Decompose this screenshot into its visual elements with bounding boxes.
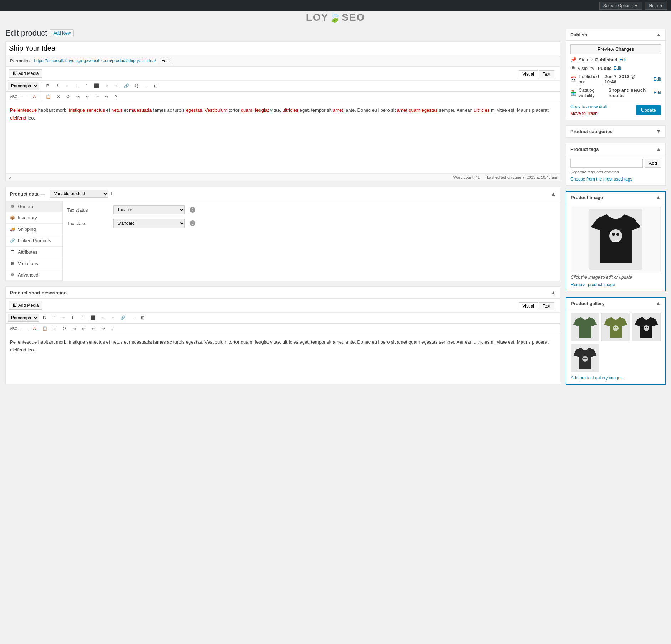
update-button[interactable]: Update [636,105,661,115]
align-center-button[interactable]: ≡ [102,82,111,90]
sd-font-color-button[interactable]: A [30,325,39,332]
product-tab-general[interactable]: ⚙ General [6,201,62,212]
tax-status-help-icon[interactable]: ? [190,207,195,213]
permalink-edit-button[interactable]: Edit [158,57,172,64]
tax-class-help-icon[interactable]: ? [190,220,195,226]
sd-align-right-button[interactable]: ≡ [108,314,117,321]
help-toolbar-button[interactable]: ? [112,93,121,100]
sd-abc-button[interactable]: ABC [8,326,20,332]
ordered-list-button[interactable]: 1. [72,82,81,90]
sd-redo-button[interactable]: ↪ [99,325,107,332]
short-desc-format-select[interactable]: Paragraph [8,314,39,322]
shipping-tab-label: Shipping [18,227,36,232]
publish-collapse[interactable]: ▲ [656,32,661,37]
product-data-collapse-arrow[interactable]: ▲ [551,191,556,197]
italic-button[interactable]: I [53,82,62,90]
gallery-image-2[interactable] [601,313,630,341]
product-tab-shipping[interactable]: 🚚 Shipping [6,224,62,235]
preview-changes-button[interactable]: Preview Changes [570,44,661,54]
toolbar-toggle-button[interactable]: ⊞ [152,82,160,90]
status-edit-link[interactable]: Edit [620,57,627,62]
indent-button[interactable]: ⇥ [73,93,82,100]
permalink-url[interactable]: https://onexoolk.tmystaging.website.com/… [34,58,156,63]
gallery-image-1[interactable] [571,313,599,341]
product-gallery-collapse[interactable]: ▲ [656,300,661,306]
sd-ul-button[interactable]: ≡ [59,314,68,321]
product-tab-attributes[interactable]: ☰ Attributes [6,247,62,258]
copy-draft-link[interactable]: Copy to a new draft [570,104,608,109]
unlink-button[interactable]: ⛓ [132,82,141,90]
screen-options-button[interactable]: Screen Options ▼ [599,2,642,10]
visibility-edit-link[interactable]: Edit [614,66,621,71]
add-gallery-images-link[interactable]: Add product gallery images [571,375,622,380]
add-tag-button[interactable]: Add [645,159,661,168]
tax-class-select[interactable]: Standard Reduced rate Zero rate [113,219,185,228]
sd-ol-button[interactable]: 1. [69,314,77,321]
help-button[interactable]: Help ▼ [645,2,667,10]
add-media-button[interactable]: 🖼 Add Media [9,69,42,78]
unordered-list-button[interactable]: ≡ [63,82,71,90]
move-trash-link[interactable]: Move to Trash [570,111,598,116]
insert-readmore-button[interactable]: -- [142,82,151,90]
catalog-edit-link[interactable]: Edit [654,90,661,95]
redo-button[interactable]: ↪ [102,93,111,100]
short-desc-text-tab[interactable]: Text [539,302,554,310]
sd-undo-button[interactable]: ↩ [89,325,98,332]
gallery-image-4[interactable] [571,344,599,372]
hr-button[interactable]: — [21,93,29,100]
special-chars-button[interactable]: Ω [64,93,72,100]
align-right-button[interactable]: ≡ [112,82,121,90]
categories-collapse[interactable]: ▼ [656,128,661,134]
short-desc-add-media-button[interactable]: 🖼 Add Media [9,301,42,310]
sd-blockquote-button[interactable]: " [78,314,87,321]
sd-omega-button[interactable]: Ω [60,325,69,332]
product-tab-linked[interactable]: 🔗 Linked Products [6,235,62,247]
blockquote-button[interactable]: " [82,82,91,90]
product-title-input[interactable] [6,42,560,55]
strikethrough-button[interactable]: ABC [8,94,20,100]
product-image-container[interactable] [571,207,661,272]
tags-input[interactable] [570,159,643,168]
paragraph-format-select[interactable]: Paragraph Heading 1 Heading 2 Heading 3 [8,82,39,90]
svg-point-14 [644,325,649,331]
clear-format-button[interactable]: ✕ [54,93,63,100]
product-tab-variations[interactable]: ⊞ Variations [6,258,62,269]
product-tab-advanced[interactable]: ⚙ Advanced [6,269,62,281]
editor-content-area[interactable]: Pellentesque habitant morbi tristique se… [6,102,560,173]
tags-collapse[interactable]: ▲ [656,146,661,152]
short-desc-visual-tab[interactable]: Visual [519,302,538,310]
font-color-button[interactable]: A [30,93,39,100]
published-on-edit-link[interactable]: Edit [654,77,661,82]
sd-bold-button[interactable]: B [40,314,49,321]
link-button[interactable]: 🔗 [122,82,131,90]
short-desc-content-area[interactable]: Pellentesque habitant morbi tristique se… [6,334,560,384]
paste-text-button[interactable]: 📋 [44,93,53,100]
sd-hr-button[interactable]: — [21,325,29,332]
text-tab[interactable]: Text [539,70,554,78]
remove-product-image-link[interactable]: Remove product image [571,282,615,287]
short-desc-collapse[interactable]: ▲ [551,290,556,295]
product-type-select[interactable]: Variable product Simple product Grouped … [50,190,108,198]
choose-most-used-tags-link[interactable]: Choose from the most used tags [570,177,632,182]
tax-status-select[interactable]: Taxable Shipping only None [113,205,185,214]
sd-align-left-button[interactable]: ⬛ [88,314,98,321]
product-tab-inventory[interactable]: 📦 Inventory [6,212,62,224]
add-new-button[interactable]: Add New [50,29,74,37]
outdent-button[interactable]: ⇤ [83,93,92,100]
sd-indent-button[interactable]: ⇥ [70,325,78,332]
sd-toggle-button[interactable]: ⊞ [138,314,147,321]
sd-clear-button[interactable]: ✕ [51,325,59,332]
sd-outdent-button[interactable]: ⇤ [80,325,88,332]
sd-italic-button[interactable]: I [50,314,58,321]
gallery-image-3[interactable] [632,313,661,341]
sd-paste-button[interactable]: 📋 [40,325,50,332]
sd-insert-button[interactable]: -- [129,314,137,321]
visual-tab[interactable]: Visual [519,70,538,78]
sd-align-center-button[interactable]: ≡ [99,314,107,321]
product-image-collapse[interactable]: ▲ [656,194,661,200]
sd-help-button[interactable]: ? [108,325,117,332]
bold-button[interactable]: B [44,82,52,90]
undo-button[interactable]: ↩ [93,93,101,100]
sd-link-button[interactable]: 🔗 [118,314,128,321]
align-left-button[interactable]: ⬛ [92,82,101,90]
